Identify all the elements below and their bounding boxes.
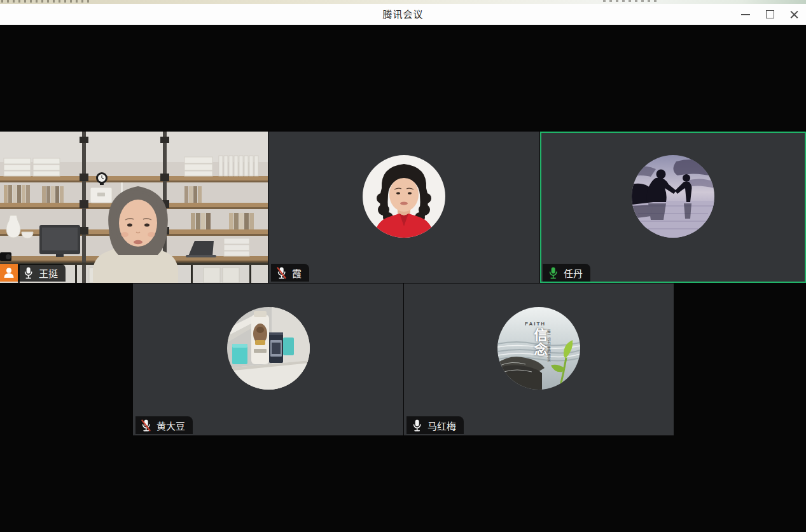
participant-label: 黄大豆 — [135, 416, 193, 434]
participant-label: 马红梅 — [406, 416, 464, 434]
minimize-icon — [741, 14, 750, 15]
participant-name: 黄大豆 — [156, 419, 185, 432]
participant-avatar — [632, 155, 714, 238]
mic-muted-icon — [141, 419, 151, 432]
mic-icon — [412, 419, 422, 432]
tencent-meeting-window: 腾讯会议 — [0, 0, 806, 532]
video-grid: 王挺 — [0, 25, 806, 532]
participant-avatar — [363, 155, 445, 238]
strip-text-artifact — [1, 0, 90, 3]
participant-tile-mahongmei[interactable]: FAITH 信念 是一切力量的源泉 马红梅 — [404, 283, 674, 435]
close-button[interactable] — [782, 4, 806, 25]
titlebar: 腾讯会议 — [0, 4, 806, 25]
participant-name: 马红梅 — [427, 419, 456, 432]
participant-tile-wangting[interactable]: 王挺 — [0, 132, 268, 283]
mic-speaking-icon — [548, 266, 559, 280]
strip-text-artifact — [603, 0, 658, 2]
maximize-button[interactable] — [758, 4, 782, 25]
participant-tile-rendan[interactable]: 任丹 — [540, 132, 806, 283]
participant-name: 任丹 — [564, 266, 583, 280]
participant-tile-xia[interactable]: 霞 — [268, 132, 539, 283]
participant-label: 王挺 — [18, 264, 66, 282]
member-role-badge — [0, 264, 18, 282]
participant-name: 王挺 — [39, 266, 58, 280]
participant-tile-huangdadou[interactable]: 黄大豆 — [133, 283, 403, 435]
participant-avatar — [227, 307, 310, 390]
avatar-text-slogan: 是一切力量的源泉 — [546, 329, 552, 362]
minimize-button[interactable] — [733, 4, 758, 25]
video-feed — [0, 132, 268, 283]
participant-name: 霞 — [292, 266, 302, 280]
participant-label: 任丹 — [543, 264, 590, 282]
avatar-text-faith: FAITH — [525, 321, 546, 327]
mic-muted-icon — [276, 266, 287, 280]
window-title: 腾讯会议 — [0, 4, 806, 25]
participant-label: 霞 — [271, 264, 309, 282]
maximize-icon — [766, 10, 774, 18]
mic-icon — [23, 266, 34, 280]
